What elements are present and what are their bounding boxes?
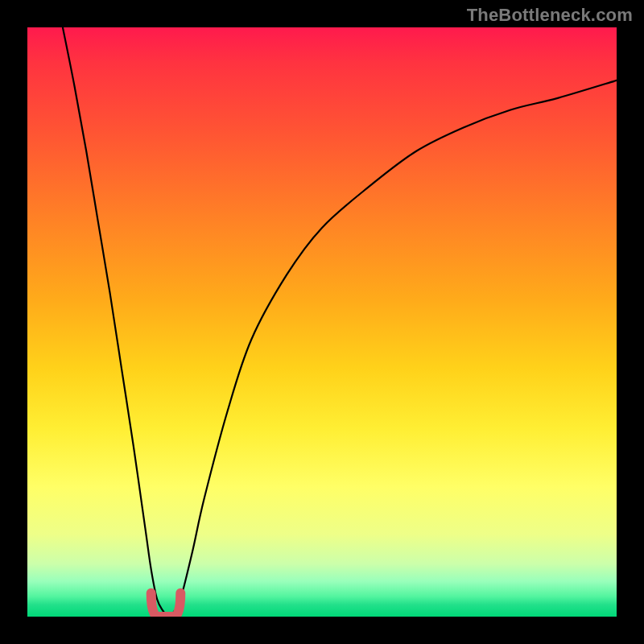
- plot-area: [27, 27, 617, 617]
- valley-marker: [151, 593, 181, 617]
- watermark-text: TheBottleneck.com: [467, 5, 633, 26]
- bottleneck-curve: [63, 27, 617, 617]
- curve-svg: [27, 27, 617, 617]
- chart-frame: TheBottleneck.com: [0, 0, 644, 644]
